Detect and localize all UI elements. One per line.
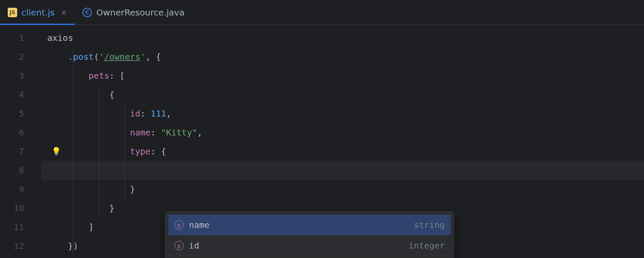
code-line: pets: [ xyxy=(41,66,644,85)
autocomplete-popup: p name string p id integer Press Enter t… xyxy=(165,212,454,258)
autocomplete-label: name xyxy=(189,220,210,230)
code-editor[interactable]: 1 2 3 4 5 6 7💡 8 9 10 11 12 axios .post(… xyxy=(0,25,644,255)
autocomplete-hint: Press Enter to insert, Tab to replace ⋮ xyxy=(166,256,453,258)
line-number: 1 xyxy=(0,28,41,47)
tab-client-js[interactable]: JS client.js × xyxy=(0,0,75,25)
code-line: .post('/owners', { xyxy=(41,47,644,66)
autocomplete-type: integer xyxy=(409,240,445,251)
java-class-icon: C xyxy=(82,8,92,17)
line-number: 6 xyxy=(0,123,41,142)
editor-tabs: JS client.js × C OwnerResource.java xyxy=(0,0,644,25)
property-icon: p xyxy=(174,241,184,250)
line-number: 8 xyxy=(0,161,41,180)
code-line-current xyxy=(41,161,644,180)
line-number: 5 xyxy=(0,104,41,123)
code-line: id: 111, xyxy=(41,104,644,123)
line-number: 7💡 xyxy=(0,142,41,161)
line-number: 12 xyxy=(0,236,41,255)
line-number: 2 xyxy=(0,47,41,66)
tab-owner-resource[interactable]: C OwnerResource.java xyxy=(75,0,192,25)
line-number: 11 xyxy=(0,218,41,236)
code-line: name: "Kitty", xyxy=(41,123,644,142)
code-line: { xyxy=(41,85,644,104)
line-number: 10 xyxy=(0,199,41,218)
line-number: 3 xyxy=(0,66,41,85)
autocomplete-item-id[interactable]: p id integer xyxy=(168,235,451,256)
gutter: 1 2 3 4 5 6 7💡 8 9 10 11 12 xyxy=(0,25,41,255)
code-line: type: { xyxy=(41,142,644,161)
tab-label: OwnerResource.java xyxy=(96,7,184,18)
code-line: axios xyxy=(41,28,644,47)
line-number: 4 xyxy=(0,85,41,104)
tab-label: client.js xyxy=(21,7,55,18)
js-file-icon: JS xyxy=(8,8,17,17)
code-line: } xyxy=(41,180,644,199)
autocomplete-item-name[interactable]: p name string xyxy=(168,215,451,235)
property-icon: p xyxy=(174,220,184,230)
autocomplete-label: id xyxy=(189,240,199,251)
autocomplete-type: string xyxy=(414,220,445,230)
line-number: 9 xyxy=(0,180,41,199)
close-icon[interactable]: × xyxy=(61,8,67,17)
